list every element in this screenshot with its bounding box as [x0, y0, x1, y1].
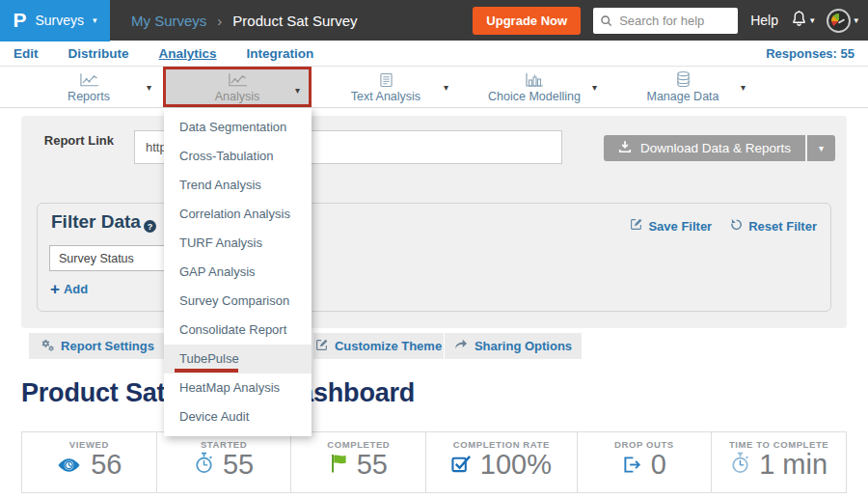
toolbar-manage-data[interactable]: Manage Data ▾ [609, 67, 757, 107]
notifications-menu[interactable]: ▾ [791, 10, 815, 31]
chevron-down-icon[interactable]: ▾ [741, 82, 746, 93]
add-filter-label: Add [64, 282, 88, 296]
timer-icon [730, 451, 750, 479]
stat-viewed: VIEWED 56 [22, 432, 157, 492]
tab-customize-theme[interactable]: Customize Theme [313, 333, 444, 359]
menu-item-turf-analysis[interactable]: TURF Analysis [164, 229, 312, 258]
checkbox-icon [451, 451, 472, 479]
menu-item-device-audit[interactable]: Device Audit [164, 402, 312, 431]
tab-label: Sharing Options [475, 339, 572, 353]
menu-item-correlation-analysis[interactable]: Correlation Analysis [164, 200, 312, 229]
stopwatch-icon [194, 451, 214, 479]
chevron-down-icon: ▾ [810, 16, 815, 25]
help-icon[interactable]: ? [144, 220, 156, 233]
chevron-down-icon[interactable]: ▾ [147, 82, 151, 93]
bar-chart-icon [525, 71, 544, 88]
add-filter-button[interactable]: + Add [50, 281, 88, 297]
toolbar-item-label: Manage Data [646, 90, 719, 103]
nav-analytics[interactable]: Analytics [159, 46, 217, 61]
responses-count: Responses: 55 [766, 46, 854, 61]
stat-completion-rate: COMPLETION RATE 100% [426, 432, 577, 492]
save-filter-label: Save Filter [648, 219, 712, 234]
product-switcher[interactable]: P Surveys ▾ [0, 0, 110, 42]
product-menu-label: Surveys [35, 13, 84, 28]
brand-logo: P [13, 9, 26, 32]
menu-item-survey-comparison[interactable]: Survey Comparison [164, 287, 312, 316]
menu-item-consolidate-report[interactable]: Consolidate Report [164, 316, 312, 345]
nav-edit[interactable]: Edit [14, 46, 39, 61]
stat-completed: COMPLETED 55 [291, 432, 426, 492]
nav-integration[interactable]: Integration [247, 46, 314, 61]
menu-item-label: TubePulse [179, 351, 239, 366]
reset-filter-label: Reset Filter [748, 219, 817, 234]
chevron-down-icon[interactable]: ▾ [444, 82, 448, 93]
toolbar-item-label: Text Analysis [351, 90, 420, 103]
edit-icon [630, 218, 642, 234]
survey-stats-row: VIEWED 56 STARTED 55 COMPLETED [21, 431, 847, 493]
tubepulse-highlight-underline [175, 369, 238, 373]
menu-item-heatmap-analysis[interactable]: HeatMap Analysis [164, 374, 312, 402]
stat-started: STARTED 55 [157, 432, 292, 492]
filter-data-panel: Filter Data ? Save Filter Reset Filter [37, 203, 831, 312]
download-icon [618, 140, 632, 156]
reset-icon [730, 218, 743, 234]
download-split-button: Download Data & Reports ▾ [604, 135, 835, 161]
toolbar-choice-modelling[interactable]: Choice Modelling ▾ [460, 67, 609, 107]
stat-value-text: 1 min [759, 451, 827, 479]
help-link[interactable]: Help [750, 13, 778, 28]
breadcrumb-separator: › [217, 13, 222, 29]
toolbar-item-label: Analysis [215, 90, 260, 103]
nav-distribute[interactable]: Distribute [68, 46, 129, 61]
analytics-toolbar: Reports ▾ Analysis ▾ Text Analysis ▾ Cho… [0, 67, 868, 108]
header-actions: Upgrade Now Help ▾ ▾ [473, 7, 868, 35]
reset-filter-button[interactable]: Reset Filter [730, 218, 817, 234]
analysis-dropdown-menu: Data Segmentation Cross-Tabulation Trend… [164, 108, 312, 436]
report-panel: Report Link Download Data & Reports ▾ Fi… [21, 116, 847, 328]
tab-label: Customize Theme [335, 339, 442, 353]
chevron-down-icon: ▾ [93, 16, 97, 25]
breadcrumb-my-surveys[interactable]: My Surveys [131, 13, 206, 29]
menu-item-gap-analysis[interactable]: GAP Analysis [164, 258, 312, 287]
help-search [593, 8, 738, 34]
menu-item-data-segmentation[interactable]: Data Segmentation [164, 113, 312, 142]
toolbar-item-label: Choice Modelling [488, 90, 581, 103]
menu-item-cross-tabulation[interactable]: Cross-Tabulation [164, 142, 312, 171]
line-chart-icon [79, 71, 99, 88]
download-options-caret[interactable]: ▾ [807, 135, 835, 161]
tab-label: Report Settings [61, 339, 154, 353]
tab-sharing-options[interactable]: Sharing Options [445, 333, 582, 359]
top-header: P Surveys ▾ My Surveys › Product Sat Sur… [0, 0, 868, 41]
survey-nav: Edit Distribute Analytics Integration Re… [0, 41, 868, 67]
breadcrumb-current-survey: Product Sat Survey [232, 13, 357, 29]
survey-status-value: Survey Status [59, 252, 134, 265]
eye-icon [56, 451, 82, 479]
chevron-down-icon[interactable]: ▾ [592, 82, 597, 93]
stat-value-text: 55 [357, 451, 388, 479]
chevron-down-icon[interactable]: ▾ [295, 85, 300, 96]
tab-report-settings[interactable]: Report Settings [29, 333, 166, 359]
upgrade-now-button[interactable]: Upgrade Now [473, 7, 581, 35]
download-button-label: Download Data & Reports [640, 141, 791, 155]
filter-title-text: Filter Data [51, 211, 141, 233]
toolbar-reports[interactable]: Reports ▾ [14, 67, 163, 107]
menu-item-trend-analysis[interactable]: Trend Analysis [164, 171, 312, 200]
stat-drop-outs: DROP OUTS 0 [578, 432, 713, 492]
stat-value-text: 0 [651, 451, 666, 479]
save-filter-button[interactable]: Save Filter [630, 218, 712, 234]
gauge-icon [831, 14, 846, 28]
flag-icon [330, 451, 348, 479]
breadcrumb: My Surveys › Product Sat Survey [131, 13, 358, 29]
plus-icon: + [50, 281, 60, 297]
toolbar-analysis[interactable]: Analysis ▾ [163, 67, 312, 107]
toolbar-item-label: Reports [68, 90, 110, 103]
download-data-reports-button[interactable]: Download Data & Reports [604, 135, 805, 161]
account-menu[interactable]: ▾ [827, 9, 858, 33]
stat-value-text: 100% [480, 451, 552, 479]
line-chart-icon [228, 71, 248, 88]
search-input[interactable] [593, 8, 738, 34]
document-icon [380, 71, 393, 88]
edit-icon [315, 339, 328, 354]
menu-item-tubepulse[interactable]: TubePulse [164, 345, 312, 374]
filter-actions: Save Filter Reset Filter [630, 218, 817, 234]
toolbar-text-analysis[interactable]: Text Analysis ▾ [312, 67, 460, 107]
